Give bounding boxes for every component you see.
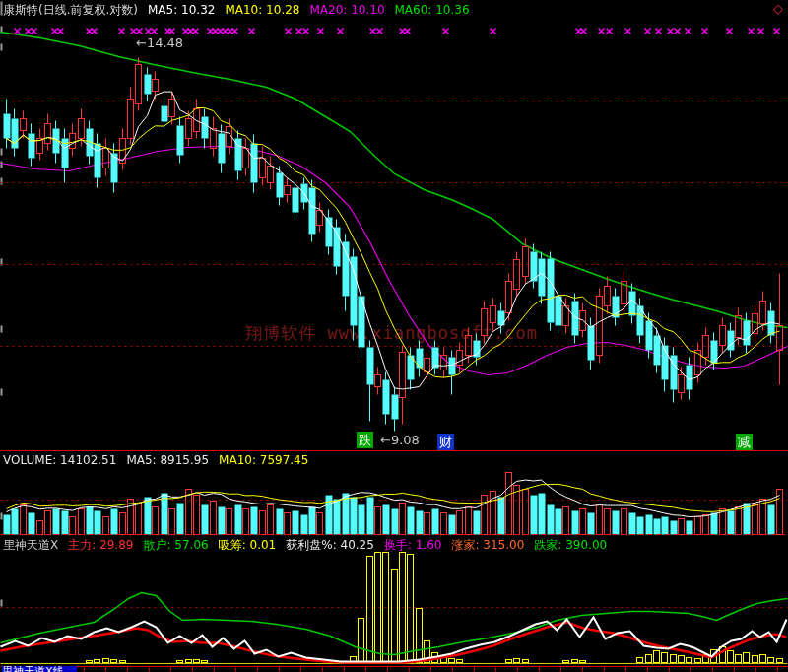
ma60-value: MA60: 10.36	[395, 3, 470, 17]
zhuli-value: 主力: 29.89	[68, 538, 133, 552]
volume-value: VOLUME: 14102.51	[3, 453, 116, 467]
chart-canvas[interactable]	[0, 0, 788, 672]
indicator-corner-label: 里神天道X线	[2, 666, 77, 672]
zhangjia-value: 涨家: 315.00	[451, 538, 524, 552]
diamond-marker-icon: ◇	[773, 1, 783, 16]
huanshou-value: 换手: 1.60	[384, 538, 442, 552]
price-high-annotation: ←14.48	[136, 35, 183, 50]
price-low-annotation: ←9.08	[380, 433, 420, 447]
ma5-value: MA5: 10.32	[148, 3, 215, 17]
badge-跌: 跌	[357, 432, 373, 448]
sanhu-value: 散户: 57.06	[143, 538, 208, 552]
main-chart-header: 康斯特(日线.前复权.对数)MA5: 10.32MA10: 10.28MA20:…	[3, 2, 480, 19]
ma20-value: MA20: 10.10	[309, 3, 384, 17]
chart-title: 康斯特(日线.前复权.对数)	[3, 3, 138, 17]
indicator-header: 里神天道X主力: 29.89散户: 57.06吸筹: 0.01获利盘%: 40.…	[3, 537, 617, 554]
vol-ma5-value: MA5: 8915.95	[126, 453, 209, 467]
vol-ma10-value: MA10: 7597.45	[219, 453, 308, 467]
indicator-name: 里神天道X	[3, 538, 58, 552]
ma10-value: MA10: 10.28	[225, 3, 299, 17]
indicator-corner-box: 里神天道X线	[2, 666, 77, 672]
diejia-value: 跌家: 390.00	[534, 538, 607, 552]
badge-财: 财	[437, 434, 454, 450]
xichou-value: 吸筹: 0.01	[219, 538, 277, 552]
badge-减: 减	[736, 434, 753, 450]
volume-header: VOLUME: 14102.51MA5: 8915.95MA10: 7597.4…	[3, 453, 318, 467]
huolipan-value: 获利盘%: 40.25	[286, 538, 374, 552]
